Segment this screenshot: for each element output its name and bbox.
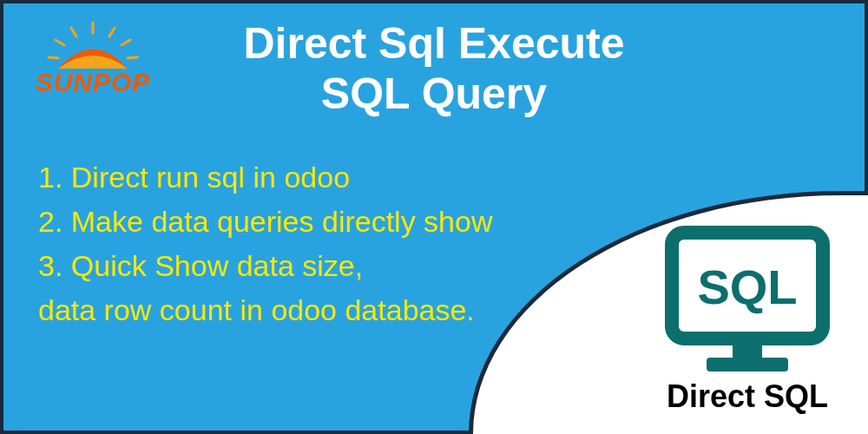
feature-list: 1. Direct run sql in odoo 2. Make data q… [38,155,492,332]
svg-rect-9 [707,358,788,372]
sql-caption: Direct SQL [665,378,830,415]
banner-canvas: SUNPOP Direct Sql Execute SQL Query 1. D… [0,0,868,434]
svg-rect-8 [733,342,762,358]
sql-monitor-icon: SQL [665,226,830,373]
title-line-2: SQL Query [3,69,865,120]
sql-badge-text: SQL [697,260,797,314]
title-line-1: Direct Sql Execute [3,19,865,69]
banner-title: Direct Sql Execute SQL Query [3,19,865,119]
feature-item-2: 2. Make data queries directly show [38,200,492,244]
feature-item-1: 1. Direct run sql in odoo [38,155,492,200]
sql-badge: SQL Direct SQL [665,226,830,415]
feature-item-3b: data row count in odoo database. [38,288,492,332]
feature-item-3: 3. Quick Show data size, [38,244,492,288]
